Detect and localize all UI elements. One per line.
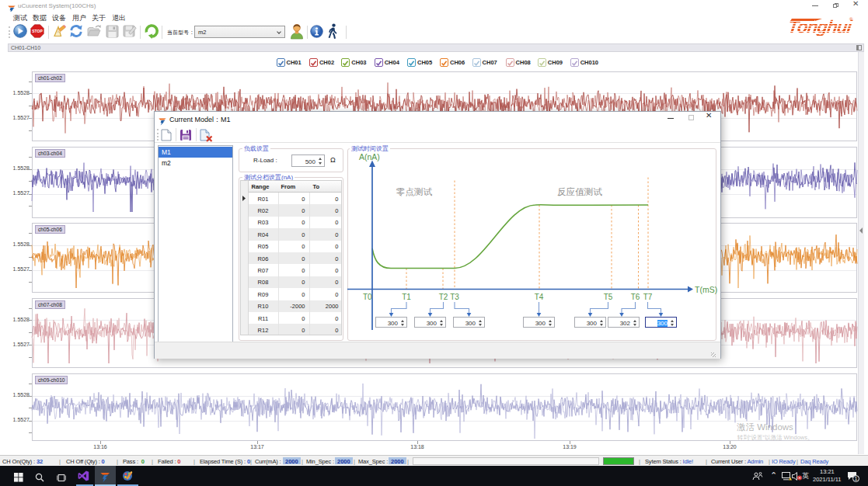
svg-text:T3: T3 xyxy=(450,293,459,301)
svg-text:零点测试: 零点测试 xyxy=(396,187,433,196)
svg-text:T4: T4 xyxy=(535,293,544,301)
svg-text:T0: T0 xyxy=(363,293,372,301)
svg-text:T(mS): T(mS) xyxy=(695,285,717,294)
svg-text:T1: T1 xyxy=(402,293,411,301)
svg-text:反应值测试: 反应值测试 xyxy=(557,187,602,196)
svg-text:T6: T6 xyxy=(631,293,640,301)
svg-text:STOP: STOP xyxy=(32,29,43,33)
svg-text:1: 1 xyxy=(855,476,858,481)
svg-text:T5: T5 xyxy=(604,293,613,301)
svg-text:T7: T7 xyxy=(643,293,653,301)
svg-text:A(nA): A(nA) xyxy=(359,152,380,161)
svg-text:T2: T2 xyxy=(439,293,448,301)
